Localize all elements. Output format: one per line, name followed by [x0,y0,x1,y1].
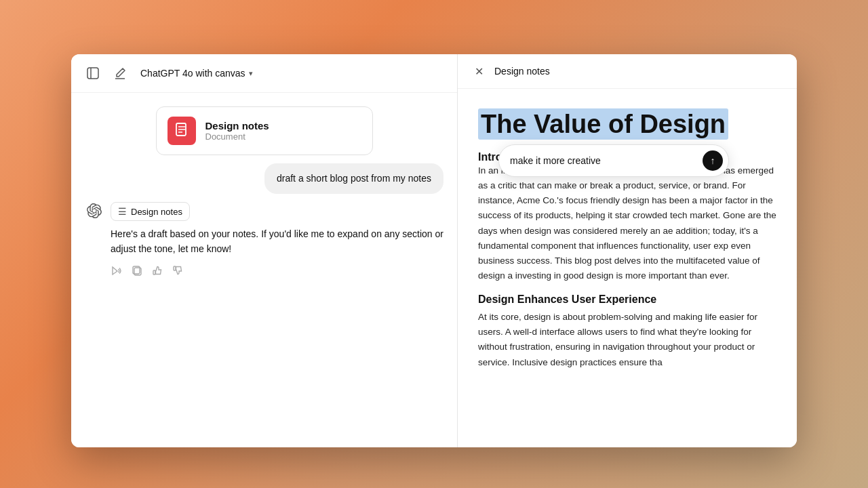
design-notes-chip[interactable]: ☰ Design notes [111,202,190,221]
thumbs-down-icon[interactable] [172,265,183,279]
assistant-content: ☰ Design notes Here's a draft based on y… [111,202,443,279]
doc-title-block: The Value of Design [478,109,776,140]
right-panel: ✕ Design notes The Value of Design ↑ Int… [458,54,797,447]
inline-prompt-input[interactable] [510,155,697,166]
chip-label: Design notes [131,207,182,217]
sidebar-toggle-icon[interactable] [83,64,102,83]
section2-heading: Design Enhances User Experience [478,293,776,306]
new-chat-icon[interactable] [111,64,130,83]
left-content: Design notes Document draft a short blog… [71,93,457,447]
thumbs-up-icon[interactable] [152,265,163,279]
left-panel: ChatGPT 4o with canvas ▾ [71,54,458,447]
inline-input-popup: ↑ [498,144,729,177]
left-header: ChatGPT 4o with canvas ▾ [71,54,457,93]
right-content: The Value of Design ↑ Introduc In an inc… [458,89,797,447]
model-name: ChatGPT 4o with canvas [140,68,245,79]
paragraph-1: In an increasingly competitive and fast-… [478,163,776,284]
assistant-avatar [85,202,104,221]
doc-info: Design notes Document [205,120,269,142]
doc-card-title: Design notes [205,120,269,131]
app-window: ChatGPT 4o with canvas ▾ [71,54,797,447]
assistant-response-text: Here's a draft based on your notes. If y… [111,226,443,257]
panel-title: Design notes [494,66,550,77]
audio-icon[interactable] [111,265,122,279]
document-card[interactable]: Design notes Document [156,106,373,155]
doc-icon-wrap [167,117,196,145]
svg-marker-7 [113,267,117,274]
svg-rect-0 [87,68,98,79]
close-panel-button[interactable]: ✕ [471,64,486,79]
doc-body: Introduc In an increasingly competitive … [478,151,776,370]
paragraph-2: At its core, design is about problem-sol… [478,310,776,370]
document-icon [174,122,189,140]
svg-rect-10 [153,270,155,274]
chip-document-icon: ☰ [118,206,127,217]
model-selector[interactable]: ChatGPT 4o with canvas ▾ [140,68,253,79]
right-header: ✕ Design notes [458,54,797,89]
svg-rect-11 [174,266,176,270]
feedback-icons [111,265,443,279]
doc-card-subtitle: Document [205,131,269,142]
doc-main-title: The Value of Design [478,108,728,140]
assistant-message: ☰ Design notes Here's a draft based on y… [85,202,443,286]
model-selector-chevron: ▾ [249,69,253,78]
copy-icon[interactable] [132,265,142,279]
inline-send-button[interactable]: ↑ [703,150,723,171]
send-arrow-icon: ↑ [711,155,715,166]
user-message-bubble: draft a short blog post from my notes [264,163,443,194]
